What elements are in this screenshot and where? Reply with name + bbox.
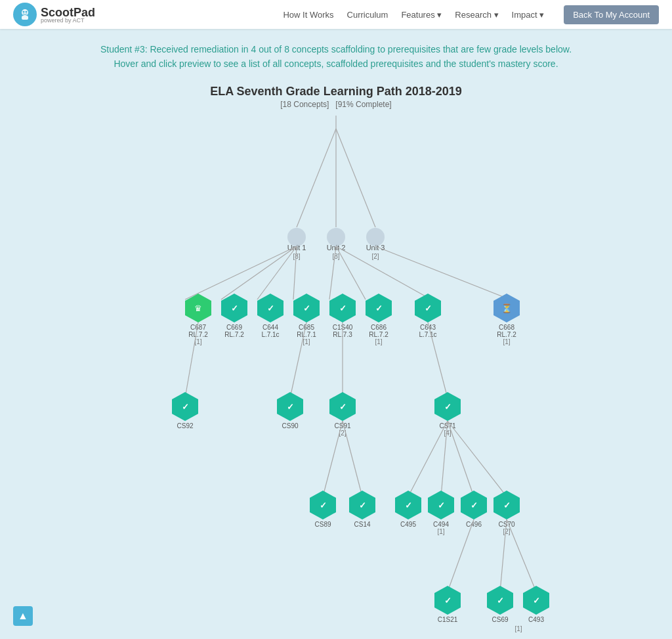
svg-text:[1]: [1]: [437, 528, 444, 535]
tree-title: ELA Seventh Grade Learning Path 2018-201…: [210, 85, 461, 99]
svg-text:✓: ✓: [339, 303, 346, 313]
svg-text:C687: C687: [190, 324, 206, 331]
svg-line-86: [507, 519, 536, 592]
svg-text:✓: ✓: [267, 303, 274, 313]
nav-how-it-works[interactable]: How It Works: [283, 10, 333, 20]
notice-line1: Student #3: Received remediation in 4 ou…: [20, 42, 652, 56]
svg-line-21: [375, 246, 510, 299]
svg-text:✓: ✓: [533, 596, 540, 606]
svg-text:✓: ✓: [425, 303, 432, 313]
svg-text:[2]: [2]: [503, 528, 510, 535]
tree-container: ELA Seventh Grade Learning Path 2018-201…: [20, 85, 652, 639]
nav-features[interactable]: Features ▾: [401, 10, 442, 20]
back-to-account-button[interactable]: Back To My Account: [564, 5, 659, 24]
svg-text:CS89: CS89: [314, 521, 331, 528]
svg-text:CS92: CS92: [177, 422, 193, 430]
svg-text:✓: ✓: [497, 596, 504, 606]
svg-text:C669: C669: [226, 324, 242, 331]
svg-text:✓: ✓: [444, 402, 452, 412]
svg-text:Unit 3: Unit 3: [366, 244, 385, 252]
svg-text:✓: ✓: [231, 303, 238, 313]
svg-text:CS69: CS69: [492, 616, 508, 623]
svg-text:C668: C668: [499, 324, 514, 331]
svg-text:CS14: CS14: [354, 521, 370, 528]
logo: ScootPad powered by ACT: [13, 3, 95, 26]
svg-text:[1]: [1]: [503, 338, 510, 345]
svg-line-84: [448, 519, 474, 592]
svg-line-20: [336, 246, 431, 299]
svg-text:L.7.1c: L.7.1c: [261, 331, 279, 338]
svg-line-65: [343, 421, 362, 496]
svg-line-16: [257, 246, 297, 299]
svg-text:L.7.1c: L.7.1c: [419, 331, 436, 338]
svg-text:C494: C494: [433, 521, 449, 528]
svg-text:C686: C686: [371, 324, 387, 331]
svg-text:[8]: [8]: [293, 253, 300, 260]
svg-text:RL.7.1: RL.7.1: [297, 331, 316, 338]
logo-icon: [13, 3, 37, 26]
student-notice: Student #3: Received remediation in 4 ou…: [20, 42, 652, 72]
svg-text:♛: ♛: [194, 303, 202, 313]
svg-text:✓: ✓: [444, 596, 452, 606]
svg-point-2: [23, 11, 25, 13]
svg-line-53: [428, 322, 448, 398]
concepts-count: [18 Concepts]: [280, 100, 329, 109]
svg-rect-1: [22, 16, 28, 20]
svg-text:C643: C643: [420, 324, 436, 331]
svg-text:✓: ✓: [339, 402, 346, 412]
scroll-up-button[interactable]: ▲: [13, 606, 33, 626]
nav-links: How It Works Curriculum Features ▾ Resea…: [283, 5, 659, 24]
svg-text:⏳: ⏳: [501, 303, 513, 314]
svg-text:✓: ✓: [503, 500, 511, 510]
tree-meta: [18 Concepts] [91% Complete]: [280, 100, 391, 109]
svg-text:C685: C685: [299, 324, 314, 331]
nav-impact[interactable]: Impact ▾: [512, 10, 545, 20]
svg-text:RL.7.2: RL.7.2: [188, 331, 208, 338]
svg-line-68: [448, 421, 474, 496]
svg-line-69: [448, 421, 507, 496]
svg-line-14: [185, 246, 297, 299]
svg-text:[2]: [2]: [371, 253, 379, 260]
notice-line2: Hover and click preview to see a list of…: [20, 56, 652, 71]
svg-text:[4]: [4]: [444, 430, 451, 437]
svg-text:CS91: CS91: [334, 422, 350, 430]
navbar: ScootPad powered by ACT How It Works Cur…: [0, 0, 672, 29]
svg-text:C495: C495: [400, 521, 416, 528]
svg-text:✓: ✓: [303, 303, 310, 313]
complete-percent: [91% Complete]: [335, 100, 391, 109]
svg-text:✓: ✓: [320, 500, 327, 510]
svg-text:RL.7.2: RL.7.2: [224, 331, 244, 338]
svg-text:RL.7.2: RL.7.2: [497, 331, 516, 338]
svg-line-4: [297, 129, 336, 227]
svg-text:✓: ✓: [405, 500, 412, 510]
nav-curriculum[interactable]: Curriculum: [347, 10, 388, 20]
svg-text:✓: ✓: [471, 500, 478, 510]
svg-text:RL.7.2: RL.7.2: [369, 331, 388, 338]
svg-text:C1S21: C1S21: [438, 616, 458, 623]
svg-text:C496: C496: [466, 521, 482, 528]
svg-point-3: [26, 11, 28, 13]
svg-text:[1]: [1]: [514, 625, 522, 632]
svg-text:✓: ✓: [287, 402, 294, 412]
svg-text:C493: C493: [528, 616, 544, 623]
svg-text:CS90: CS90: [282, 422, 298, 430]
svg-text:[8]: [8]: [332, 253, 339, 260]
svg-text:✓: ✓: [375, 303, 383, 313]
svg-text:✓: ✓: [438, 500, 445, 510]
svg-line-15: [221, 246, 297, 299]
svg-line-6: [336, 129, 375, 227]
learning-path-tree: Unit 1 [8] Unit 2 [8] Unit 3 [2]: [41, 109, 631, 639]
svg-text:C644: C644: [262, 324, 278, 331]
svg-text:[1]: [1]: [303, 338, 310, 345]
main-content: Student #3: Received remediation in 4 ou…: [0, 29, 672, 639]
svg-text:✓: ✓: [359, 500, 366, 510]
svg-text:[1]: [1]: [375, 338, 382, 345]
svg-text:✓: ✓: [182, 402, 189, 412]
svg-line-64: [323, 421, 343, 496]
nav-research[interactable]: Research ▾: [455, 10, 498, 20]
